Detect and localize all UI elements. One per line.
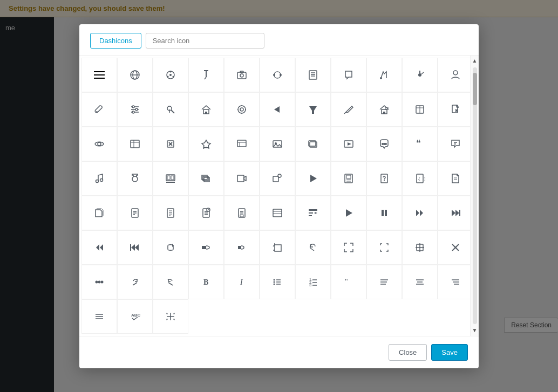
icon-cell-20[interactable] bbox=[402, 92, 438, 127]
icon-cell-59[interactable] bbox=[224, 230, 260, 265]
icon-cell-69[interactable]: B bbox=[188, 265, 224, 299]
icon-cell-58[interactable] bbox=[188, 230, 224, 265]
icon-cell-40[interactable] bbox=[331, 161, 366, 196]
icon-cell-3[interactable] bbox=[188, 58, 224, 92]
modal-header: Dashicons bbox=[79, 24, 479, 56]
icon-cell-31[interactable]: ❝ bbox=[402, 127, 438, 161]
icon-cell-74[interactable] bbox=[366, 265, 402, 299]
icon-cell-61[interactable] bbox=[295, 230, 331, 265]
icon-cell-17[interactable] bbox=[295, 92, 331, 127]
svg-marker-140 bbox=[315, 212, 317, 214]
icon-cell-16[interactable] bbox=[260, 92, 295, 127]
svg-rect-142 bbox=[382, 210, 384, 216]
icon-cell-33[interactable] bbox=[81, 161, 117, 196]
icon-cell-23[interactable] bbox=[117, 127, 153, 161]
icon-cell-35[interactable] bbox=[153, 161, 188, 196]
svg-marker-95 bbox=[244, 176, 246, 181]
icon-cell-34[interactable] bbox=[117, 161, 153, 196]
icon-cell-42[interactable]: { } bbox=[402, 161, 438, 196]
icon-cell-51[interactable] bbox=[331, 196, 366, 230]
icon-cell-24[interactable] bbox=[153, 127, 188, 161]
icon-cell-32[interactable] bbox=[438, 127, 470, 161]
icon-cell-39[interactable] bbox=[295, 161, 331, 196]
icon-cell-65[interactable] bbox=[438, 230, 470, 265]
icon-cell-1[interactable] bbox=[117, 58, 153, 92]
svg-line-13 bbox=[205, 77, 206, 79]
icon-cell-50[interactable] bbox=[295, 196, 331, 230]
icon-cell-22[interactable] bbox=[81, 127, 117, 161]
icon-cell-77[interactable] bbox=[81, 299, 117, 334]
svg-rect-138 bbox=[309, 212, 313, 214]
icon-cell-9[interactable] bbox=[402, 58, 438, 92]
icon-cell-44[interactable] bbox=[81, 196, 117, 230]
icon-cell-36[interactable] bbox=[188, 161, 224, 196]
icon-cell-18[interactable] bbox=[331, 92, 366, 127]
icon-cell-47[interactable] bbox=[188, 196, 224, 230]
icon-cell-2[interactable] bbox=[153, 58, 188, 92]
icon-cell-45[interactable] bbox=[117, 196, 153, 230]
icon-cell-11[interactable] bbox=[81, 92, 117, 127]
svg-point-27 bbox=[453, 71, 458, 75]
icon-cell-29[interactable] bbox=[331, 127, 366, 161]
icon-cell-43[interactable] bbox=[438, 161, 470, 196]
svg-line-171 bbox=[133, 283, 137, 285]
icon-cell-27[interactable] bbox=[260, 127, 295, 161]
icon-cell-30[interactable] bbox=[366, 127, 402, 161]
icon-cell-54[interactable] bbox=[438, 196, 470, 230]
svg-rect-62 bbox=[131, 140, 139, 148]
icon-cell-52[interactable] bbox=[366, 196, 402, 230]
icon-cell-76[interactable] bbox=[438, 265, 470, 299]
icon-cell-38[interactable] bbox=[260, 161, 295, 196]
icon-cell-48[interactable] bbox=[224, 196, 260, 230]
icon-cell-28[interactable] bbox=[295, 127, 331, 161]
icon-cell-7[interactable] bbox=[331, 58, 366, 92]
icon-cell-13[interactable] bbox=[153, 92, 188, 127]
dashicons-tab[interactable]: Dashicons bbox=[90, 33, 141, 49]
icon-cell-78[interactable]: ABC bbox=[117, 299, 153, 334]
icon-cell-10[interactable] bbox=[438, 58, 470, 92]
svg-point-170 bbox=[101, 280, 104, 283]
icon-cell-12[interactable] bbox=[117, 92, 153, 127]
icon-cell-25[interactable] bbox=[188, 127, 224, 161]
icon-cell-14[interactable] bbox=[188, 92, 224, 127]
icon-cell-41[interactable] bbox=[366, 161, 402, 196]
icon-cell-6[interactable] bbox=[295, 58, 331, 92]
search-input[interactable] bbox=[146, 33, 264, 49]
icon-cell-72[interactable]: 1.2.3. bbox=[295, 265, 331, 299]
icon-cell-37[interactable] bbox=[224, 161, 260, 196]
icon-cell-75[interactable] bbox=[402, 265, 438, 299]
icon-cell-8[interactable] bbox=[366, 58, 402, 92]
icon-cell-67[interactable] bbox=[117, 265, 153, 299]
icon-cell-5[interactable] bbox=[260, 58, 295, 92]
icon-cell-55[interactable] bbox=[81, 230, 117, 265]
icon-cell-21[interactable] bbox=[438, 92, 470, 127]
icon-cell-70[interactable]: I bbox=[224, 265, 260, 299]
icon-cell-19[interactable] bbox=[366, 92, 402, 127]
icon-cell-0[interactable] bbox=[81, 58, 117, 92]
icon-cell-62[interactable] bbox=[331, 230, 366, 265]
icon-cell-73[interactable]: " bbox=[331, 265, 366, 299]
icon-cell-63[interactable] bbox=[366, 230, 402, 265]
scroll-down-arrow[interactable]: ▼ bbox=[471, 326, 479, 335]
svg-rect-159 bbox=[275, 245, 281, 251]
icon-grid-container[interactable]: ❝{ }BI1.2.3."ABC bbox=[79, 56, 470, 336]
icon-cell-64[interactable] bbox=[402, 230, 438, 265]
icon-cell-79[interactable] bbox=[153, 299, 188, 334]
svg-point-8 bbox=[170, 71, 172, 72]
icon-cell-60[interactable] bbox=[260, 230, 295, 265]
icon-cell-26[interactable] bbox=[224, 127, 260, 161]
scroll-up-arrow[interactable]: ▲ bbox=[471, 57, 479, 65]
icon-cell-56[interactable] bbox=[117, 230, 153, 265]
icon-cell-66[interactable] bbox=[81, 265, 117, 299]
icon-cell-4[interactable] bbox=[224, 58, 260, 92]
icon-cell-71[interactable] bbox=[260, 265, 295, 299]
icon-cell-57[interactable] bbox=[153, 230, 188, 265]
scrollbar[interactable]: ▲ ▼ bbox=[470, 56, 479, 336]
close-button[interactable]: Close bbox=[389, 344, 427, 361]
save-button[interactable]: Save bbox=[431, 344, 468, 361]
icon-cell-68[interactable] bbox=[153, 265, 188, 299]
icon-cell-15[interactable] bbox=[224, 92, 260, 127]
icon-cell-46[interactable] bbox=[153, 196, 188, 230]
icon-cell-53[interactable] bbox=[402, 196, 438, 230]
icon-cell-49[interactable] bbox=[260, 196, 295, 230]
